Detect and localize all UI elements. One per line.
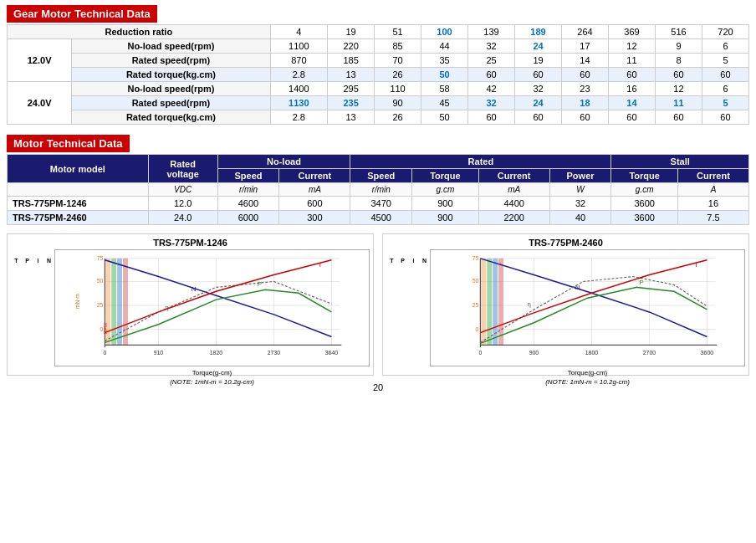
table-row: 24.0V No-load speed(rpm) 1400 295 110 58… bbox=[8, 82, 749, 96]
cell: 60 bbox=[608, 68, 655, 82]
cell: 45 bbox=[421, 96, 468, 110]
cell: 18 bbox=[562, 96, 609, 110]
cell: 11 bbox=[608, 54, 655, 68]
svg-text:0: 0 bbox=[103, 350, 106, 356]
nl-speed-1: 4600 bbox=[217, 197, 279, 211]
table-row: TRS-775PM-1246 12.0 4600 600 3470 900 44… bbox=[8, 197, 749, 211]
cell: 50 bbox=[421, 110, 468, 125]
noload-speed-label-24v: No-load speed(rpm) bbox=[72, 82, 270, 96]
cell: 60 bbox=[515, 68, 562, 82]
cell: 60 bbox=[702, 68, 748, 82]
torque1-header: Torque bbox=[412, 169, 479, 183]
svg-text:25: 25 bbox=[472, 302, 479, 308]
rated-header: Rated bbox=[350, 155, 611, 169]
y-col-header-p2: P bbox=[397, 258, 408, 264]
cell: 1130 bbox=[270, 96, 328, 110]
voltage-1: 12.0 bbox=[148, 197, 217, 211]
svg-text:75: 75 bbox=[97, 255, 104, 261]
svg-text:75: 75 bbox=[472, 255, 479, 261]
r-current-1: 4400 bbox=[478, 197, 549, 211]
model-2: TRS-775PM-2460 bbox=[8, 211, 149, 225]
motor-model-header: Motor model bbox=[8, 155, 149, 183]
speed2-header: Speed bbox=[350, 169, 412, 183]
current3-header: Current bbox=[677, 169, 748, 183]
cell: 12 bbox=[608, 39, 655, 54]
cell: 26 bbox=[375, 68, 421, 82]
nl-current-2: 300 bbox=[279, 211, 350, 225]
y-col-header-i: I bbox=[33, 258, 43, 264]
unit-row: VDC r/min mA r/min g.cm mA W g.cm A bbox=[8, 183, 749, 197]
cell: 16 bbox=[608, 82, 655, 96]
current3-unit: A bbox=[677, 183, 748, 197]
y-col-header-t: T bbox=[11, 258, 22, 264]
current2-header: Current bbox=[478, 169, 549, 183]
rated-torque-label-24v: Rated torque(kg.cm) bbox=[72, 110, 270, 125]
gear-motor-table: Reduction ratio 4 19 51 100 139 189 264 … bbox=[7, 24, 749, 125]
svg-text:P: P bbox=[640, 279, 644, 286]
cell: 60 bbox=[515, 110, 562, 125]
ratio-369: 369 bbox=[608, 25, 655, 39]
cell: 13 bbox=[328, 110, 375, 125]
table-row: Rated speed(rpm) 1130 235 90 45 32 24 18… bbox=[8, 96, 749, 110]
svg-text:N: N bbox=[192, 285, 197, 293]
cell: 85 bbox=[375, 39, 421, 54]
ratio-19: 19 bbox=[328, 25, 375, 39]
svg-text:0: 0 bbox=[476, 326, 479, 332]
cell: 9 bbox=[655, 39, 702, 54]
cell: 24 bbox=[515, 96, 562, 110]
rated-torque-label-12v: Rated torque(kg.cm) bbox=[72, 68, 270, 82]
svg-text:3600: 3600 bbox=[701, 350, 713, 356]
svg-rect-16 bbox=[111, 259, 116, 346]
chart-1-title: TRS-775PM-1246 bbox=[11, 238, 370, 248]
svg-text:25: 25 bbox=[97, 302, 104, 308]
cell: 42 bbox=[468, 82, 515, 96]
speed2-unit: r/min bbox=[350, 183, 412, 197]
ratio-139: 139 bbox=[468, 25, 515, 39]
cell: 60 bbox=[468, 68, 515, 82]
cell: 44 bbox=[421, 39, 468, 54]
cell: 32 bbox=[468, 39, 515, 54]
torque2-header: Torque bbox=[611, 169, 678, 183]
power-header: Power bbox=[549, 169, 611, 183]
r-power-1: 32 bbox=[549, 197, 611, 211]
s-current-1: 16 bbox=[677, 197, 748, 211]
svg-rect-48 bbox=[498, 259, 503, 346]
cell: 60 bbox=[655, 110, 702, 125]
r-current-2: 2200 bbox=[478, 211, 549, 225]
voltage-unit: VDC bbox=[148, 183, 217, 197]
s-current-2: 7.5 bbox=[677, 211, 748, 225]
svg-text:2700: 2700 bbox=[643, 350, 656, 356]
r-power-2: 40 bbox=[549, 211, 611, 225]
cell: 25 bbox=[468, 54, 515, 68]
cell: 32 bbox=[468, 96, 515, 110]
svg-text:1800: 1800 bbox=[585, 350, 598, 356]
svg-text:910: 910 bbox=[154, 350, 164, 356]
speed1-unit: r/min bbox=[217, 183, 279, 197]
charts-row: TRS-775PM-1246 T P I N bbox=[7, 233, 749, 376]
cell: 185 bbox=[328, 54, 375, 68]
chart-2-svg: 75 50 25 0 N η bbox=[430, 249, 745, 366]
chart-2: TRS-775PM-2460 T P I N bbox=[382, 233, 749, 376]
table-row: 12.0V No-load speed(rpm) 1100 220 85 44 … bbox=[8, 39, 749, 54]
power-unit: W bbox=[549, 183, 611, 197]
voltage-2: 24.0 bbox=[148, 211, 217, 225]
nl-current-1: 600 bbox=[279, 197, 350, 211]
ratio-4: 4 bbox=[270, 25, 328, 39]
cell: 50 bbox=[421, 68, 468, 82]
stall-header: Stall bbox=[611, 155, 749, 169]
torque2-unit: g.cm bbox=[611, 183, 678, 197]
svg-text:0: 0 bbox=[478, 350, 482, 356]
cell: 2.8 bbox=[270, 68, 328, 82]
y-col-header-p: P bbox=[22, 258, 33, 264]
cell: 17 bbox=[562, 39, 609, 54]
chart-1: TRS-775PM-1246 T P I N bbox=[7, 233, 374, 376]
cell: 60 bbox=[562, 68, 609, 82]
motor-data-section: Motor Technical Data Motor model Ratedvo… bbox=[7, 135, 749, 225]
svg-text:I: I bbox=[696, 261, 697, 269]
ratio-264: 264 bbox=[562, 25, 609, 39]
ratio-516: 516 bbox=[655, 25, 702, 39]
current1-header: Current bbox=[279, 169, 350, 183]
gear-motor-section: Gear Motor Technical Data Reduction rati… bbox=[7, 5, 749, 125]
cell: 1400 bbox=[270, 82, 328, 96]
chart-2-title: TRS-775PM-2460 bbox=[386, 238, 745, 248]
